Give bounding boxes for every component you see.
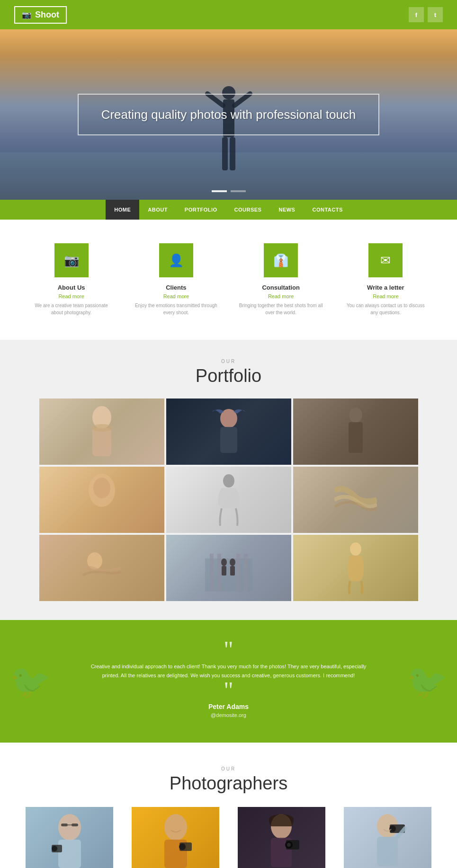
svg-rect-25 bbox=[230, 566, 235, 576]
portfolio-item-8[interactable] bbox=[166, 535, 291, 601]
svg-point-46 bbox=[389, 825, 396, 832]
portfolio-grid bbox=[39, 399, 418, 601]
inga-photo bbox=[26, 807, 113, 868]
svg-point-15 bbox=[223, 474, 234, 487]
feature-consultation-icon-box: 👔 bbox=[264, 243, 298, 277]
quote-close: " bbox=[38, 684, 419, 696]
feature-letter-title: Write a letter bbox=[343, 284, 428, 291]
patrick-photo bbox=[132, 807, 219, 868]
hero-dot-2[interactable] bbox=[231, 190, 246, 192]
portfolio-item-9[interactable] bbox=[293, 535, 418, 601]
feature-about-desc: We are a creative team passionate about … bbox=[29, 302, 114, 316]
feature-clients-title: Clients bbox=[134, 284, 219, 291]
nav-item-home[interactable]: HOME bbox=[106, 200, 139, 220]
features-section: 📷 About Us Read more We are a creative t… bbox=[0, 220, 457, 340]
testimonial-link[interactable]: @demosite.org bbox=[211, 712, 246, 718]
svg-point-27 bbox=[58, 814, 81, 841]
feature-clients: 👤 Clients Read more Enjoy the emotions t… bbox=[134, 243, 219, 316]
feature-consultation: 👔 Consultation Read more Bringing togeth… bbox=[238, 243, 323, 316]
feature-about: 📷 About Us Read more We are a creative t… bbox=[29, 243, 114, 316]
feature-letter: ✉ Write a letter Read more You can alway… bbox=[343, 243, 428, 316]
feature-consultation-desc: Bringing together the best shots from al… bbox=[238, 302, 323, 316]
svg-point-24 bbox=[230, 558, 235, 566]
photographers-label: OUR bbox=[19, 766, 438, 771]
nav-item-about[interactable]: ABOUT bbox=[139, 200, 176, 220]
svg-point-11 bbox=[349, 407, 362, 423]
svg-rect-18 bbox=[210, 554, 214, 592]
camera-feature-icon: 📷 bbox=[64, 253, 79, 268]
svg-rect-31 bbox=[61, 824, 68, 826]
mail-icon: ✉ bbox=[380, 253, 391, 268]
testimonial-author: Peter Adams bbox=[38, 703, 419, 710]
feature-letter-icon-box: ✉ bbox=[368, 243, 403, 277]
svg-rect-7 bbox=[92, 428, 111, 456]
svg-rect-20 bbox=[236, 554, 240, 592]
svg-rect-32 bbox=[72, 824, 78, 826]
photographers-grid: Inga North Wedding photography, 7 years … bbox=[19, 807, 438, 868]
portfolio-item-7[interactable] bbox=[39, 535, 164, 601]
svg-rect-23 bbox=[222, 566, 226, 576]
photographer-inga: Inga North Wedding photography, 7 years … bbox=[26, 807, 113, 868]
feature-letter-link[interactable]: Read more bbox=[343, 293, 428, 299]
social-links: f t bbox=[409, 7, 443, 22]
logo-text: Shoot bbox=[35, 10, 59, 20]
svg-point-22 bbox=[221, 558, 227, 566]
feature-letter-desc: You can always contact us to discuss any… bbox=[343, 302, 428, 316]
feature-clients-desc: Enjoy the emotions transmitted through e… bbox=[134, 302, 219, 316]
svg-rect-12 bbox=[349, 422, 363, 453]
photographer-patrick: Patrick Pool An advertising photography,… bbox=[132, 807, 219, 868]
testimonial-section: 🐦 🐦 " Creative and individual approach t… bbox=[0, 620, 457, 743]
alan-photo bbox=[344, 807, 431, 868]
photographers-title: Photographers bbox=[19, 773, 438, 794]
portfolio-item-6[interactable] bbox=[293, 467, 418, 533]
svg-point-42 bbox=[287, 843, 291, 847]
feature-about-link[interactable]: Read more bbox=[29, 293, 114, 299]
quote-open: " bbox=[38, 644, 419, 655]
hero-dots bbox=[212, 190, 246, 192]
svg-point-34 bbox=[164, 814, 187, 841]
twitter-button[interactable]: t bbox=[428, 7, 443, 22]
feature-about-icon-box: 📷 bbox=[54, 243, 89, 277]
svg-rect-21 bbox=[244, 554, 248, 592]
svg-rect-44 bbox=[377, 837, 398, 866]
main-nav: HOME ABOUT PORTFOLIO COURSES NEWS CONTAC… bbox=[0, 200, 457, 220]
photographers-section: OUR Photographers Inga North Wedding pho… bbox=[0, 743, 457, 868]
portfolio-item-2[interactable] bbox=[166, 399, 291, 465]
hero-dot-1[interactable] bbox=[212, 190, 227, 192]
svg-rect-28 bbox=[58, 840, 81, 868]
portfolio-item-3[interactable] bbox=[293, 399, 418, 465]
svg-rect-19 bbox=[217, 554, 221, 592]
portfolio-item-4[interactable] bbox=[39, 467, 164, 533]
feature-clients-link[interactable]: Read more bbox=[134, 293, 219, 299]
nav-item-news[interactable]: NEWS bbox=[270, 200, 304, 220]
tie-icon: 👔 bbox=[273, 253, 288, 268]
svg-rect-5 bbox=[230, 137, 235, 170]
header: 📷 Shoot f t bbox=[0, 0, 457, 29]
svg-point-37 bbox=[179, 843, 186, 850]
clients-icon: 👤 bbox=[169, 253, 184, 268]
svg-rect-4 bbox=[222, 137, 228, 170]
feature-clients-icon-box: 👤 bbox=[159, 243, 193, 277]
portfolio-label: OUR bbox=[9, 359, 448, 364]
camera-icon: 📷 bbox=[22, 10, 31, 19]
svg-rect-10 bbox=[220, 427, 237, 453]
feature-consultation-title: Consultation bbox=[238, 284, 323, 291]
feature-consultation-link[interactable]: Read more bbox=[238, 293, 323, 299]
svg-point-26 bbox=[350, 542, 361, 556]
facebook-button[interactable]: f bbox=[409, 7, 424, 22]
svg-point-14 bbox=[93, 478, 110, 498]
nav-item-contacts[interactable]: CONTACTS bbox=[304, 200, 351, 220]
logo[interactable]: 📷 Shoot bbox=[14, 6, 67, 24]
svg-point-8 bbox=[91, 424, 112, 432]
nav-item-courses[interactable]: COURSES bbox=[226, 200, 270, 220]
feature-about-title: About Us bbox=[29, 284, 114, 291]
hero-title: Creating quality photos with professiona… bbox=[101, 106, 356, 123]
portfolio-section: OUR Portfolio bbox=[0, 340, 457, 620]
portfolio-item-1[interactable] bbox=[39, 399, 164, 465]
portfolio-title: Portfolio bbox=[9, 366, 448, 386]
photographer-jessica: Jessica Priston Child and family photogr… bbox=[238, 807, 325, 868]
hero-text-box: Creating quality photos with professiona… bbox=[78, 94, 380, 135]
portfolio-item-5[interactable] bbox=[166, 467, 291, 533]
svg-point-30 bbox=[52, 846, 57, 851]
nav-item-portfolio[interactable]: PORTFOLIO bbox=[176, 200, 226, 220]
